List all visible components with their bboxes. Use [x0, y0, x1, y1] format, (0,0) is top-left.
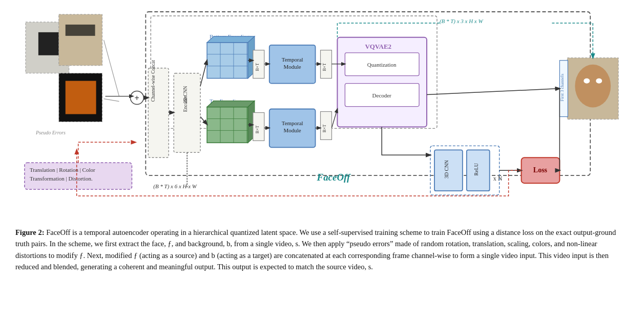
- svg-line-47: [331, 109, 337, 128]
- bxt2: B×T: [255, 125, 260, 133]
- decoder-label: Decoder: [372, 92, 391, 98]
- diagram-svg: Encoder FaceOff Pseudo Errors Translatio…: [10, 5, 634, 221]
- faceoff-label: FaceOff: [317, 172, 351, 183]
- figure-label: Figure 2:: [15, 228, 45, 236]
- xN-label: x N: [493, 175, 503, 182]
- svg-line-30: [200, 116, 207, 124]
- svg-line-29: [200, 61, 207, 86]
- first3ch-label: First 3 channels: [559, 74, 565, 102]
- transform-label2: Transformation | Distortion.: [30, 175, 93, 182]
- svg-point-50: [584, 78, 590, 84]
- svg-rect-7: [66, 81, 96, 114]
- svg-line-8: [104, 40, 119, 96]
- temporal-bot-label2: Module: [284, 127, 301, 133]
- figure-caption: Figure 2: FaceOff is a temporal autoenco…: [10, 227, 634, 273]
- architecture-diagram: Encoder FaceOff Pseudo Errors Translatio…: [10, 5, 634, 221]
- dim-top: (B * T) x 3 x H x W: [440, 18, 484, 25]
- svg-line-9: [104, 99, 119, 102]
- relu-label: ReLU: [473, 163, 479, 175]
- temporal-top-label2: Module: [284, 64, 301, 70]
- temporal-top-label: Temporal: [282, 56, 303, 63]
- svg-point-51: [596, 78, 602, 84]
- quantization-label: Quantization: [367, 62, 397, 68]
- vqvae2-title: VQVAE2: [365, 43, 391, 50]
- temporal-bot-label: Temporal: [282, 120, 303, 126]
- svg-rect-17: [207, 43, 248, 78]
- caption-text: FaceOff is a temporal autoencoder operat…: [15, 228, 616, 271]
- channel-concat-label: Channel-wise Concat: [151, 60, 156, 102]
- svg-rect-4: [59, 14, 102, 66]
- pseudo-errors-label: Pseudo Errors: [35, 130, 66, 135]
- bxt4: B×T: [322, 124, 327, 132]
- svg-rect-5: [66, 25, 95, 36]
- cnn3d-label: 3D CNN: [444, 160, 449, 178]
- svg-line-53: [427, 89, 559, 95]
- svg-point-49: [575, 65, 611, 108]
- svg-text:+: +: [134, 93, 139, 102]
- svg-rect-15: [174, 73, 200, 153]
- encoder-2d-label2: Encoder: [183, 95, 188, 112]
- svg-rect-43: [337, 37, 427, 127]
- svg-rect-23: [207, 107, 248, 143]
- dim-bot: (B * T) x 6 x H x W: [153, 183, 197, 190]
- bxt1: B×T: [255, 63, 260, 71]
- transform-label: Translation | Rotation | Color: [30, 167, 95, 173]
- svg-rect-3: [38, 32, 59, 55]
- bxt3: B×T: [322, 63, 327, 71]
- loss-label: Loss: [533, 166, 548, 174]
